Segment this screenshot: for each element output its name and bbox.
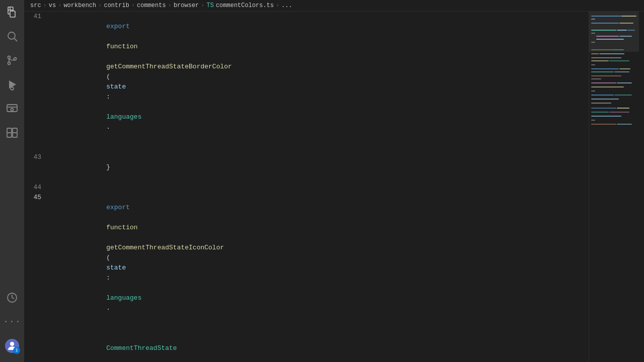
svg-rect-44 [591,78,601,79]
svg-rect-14 [7,128,12,133]
svg-rect-47 [591,86,624,87]
source-control-icon[interactable] [0,48,24,72]
notification-badge: 1 [13,347,20,354]
svg-rect-39 [591,68,619,69]
line-number: 43 [24,152,49,183]
svg-rect-50 [614,95,632,96]
line-number [24,323,49,362]
svg-rect-58 [591,120,595,121]
token-fn-name: getCommentThreadStateBorderColor [106,63,232,70]
breadcrumb-ts-icon: TS [207,2,214,9]
svg-line-3 [15,39,18,42]
minimap-canvas [589,12,639,362]
line-number [24,142,49,152]
svg-rect-59 [591,124,616,125]
svg-rect-52 [591,103,611,104]
remote-explorer-icon[interactable] [0,97,24,121]
breadcrumb-browser[interactable]: browser [174,2,199,9]
line-content: CommentThreadState | undefined , theme :… [49,323,589,362]
svg-point-5 [8,62,11,65]
svg-rect-37 [609,60,629,61]
more-icon[interactable]: ··· [0,310,24,334]
line-number: 45 [24,193,49,323]
svg-rect-45 [591,82,616,83]
timeline-icon[interactable] [0,286,24,310]
svg-rect-61 [589,12,639,52]
token-function: function [106,43,137,50]
svg-point-11 [11,109,14,111]
svg-rect-15 [13,128,17,133]
table-row: 45 export function getCommentThreadState… [24,193,589,323]
avatar[interactable]: 1 [0,334,24,358]
svg-rect-49 [591,95,614,96]
breadcrumb-filename[interactable]: commentColors.ts [216,2,274,9]
svg-point-8 [11,87,14,90]
token-export: export [106,204,130,211]
svg-rect-33 [591,53,599,54]
breadcrumb-contrib[interactable]: contrib [104,2,129,9]
breadcrumb: src › vs › workbench › contrib › comment… [24,0,644,12]
breadcrumb-more[interactable]: ... [281,2,292,9]
minimap[interactable] [589,12,639,362]
breadcrumb-vs[interactable]: vs [49,2,56,9]
table-row [24,142,589,152]
breadcrumb-workbench[interactable]: workbench [63,2,96,9]
svg-rect-42 [614,71,629,72]
svg-rect-56 [609,112,629,113]
svg-rect-46 [617,82,632,83]
line-content: } [49,152,589,183]
breadcrumb-comments[interactable]: comments [137,2,166,9]
svg-rect-57 [591,116,621,117]
main-editor: src › vs › workbench › contrib › comment… [24,0,644,362]
line-content: export function getCommentThreadStateBor… [49,12,589,142]
editor-area: 41 export function getCommentThreadState… [24,12,644,362]
svg-point-17 [10,342,14,346]
svg-point-4 [8,56,11,59]
svg-rect-41 [591,71,614,72]
token-fn-name: getCommentThreadStateIconColor [106,244,224,251]
svg-rect-34 [599,53,624,54]
files-icon[interactable] [0,0,24,24]
line-content [49,183,589,193]
extensions-icon[interactable] [0,121,24,145]
activity-bar: ··· 1 [0,0,24,362]
svg-rect-12 [7,133,12,137]
svg-rect-38 [591,64,595,65]
line-number: 44 [24,183,49,193]
code-table: 41 export function getCommentThreadState… [24,12,589,362]
search-icon[interactable] [0,24,24,48]
svg-point-2 [8,32,15,39]
line-number: 41 [24,12,49,142]
svg-rect-60 [617,124,632,125]
table-row: 41 export function getCommentThreadState… [24,12,589,142]
breadcrumb-src[interactable]: src [30,2,41,9]
table-row: 43 } [24,152,589,183]
line-content: export function getCommentThreadStateIco… [49,193,589,323]
svg-rect-48 [591,90,595,92]
svg-rect-35 [591,57,621,58]
token-function: function [106,224,137,231]
line-content [49,142,589,152]
more-label: ··· [3,317,21,327]
table-row: 44 [24,183,589,193]
table-row: CommentThreadState | undefined , theme :… [24,323,589,362]
token-export: export [106,23,130,30]
svg-rect-40 [619,68,630,69]
svg-rect-55 [591,112,609,113]
svg-rect-13 [13,133,17,137]
svg-rect-54 [617,108,629,109]
svg-rect-1 [10,11,15,17]
run-debug-icon[interactable] [0,72,24,97]
code-area[interactable]: 41 export function getCommentThreadState… [24,12,589,362]
svg-rect-51 [591,99,619,100]
svg-rect-43 [591,75,621,76]
svg-rect-36 [591,60,609,61]
svg-rect-53 [591,108,616,109]
scrollbar[interactable] [639,12,644,362]
